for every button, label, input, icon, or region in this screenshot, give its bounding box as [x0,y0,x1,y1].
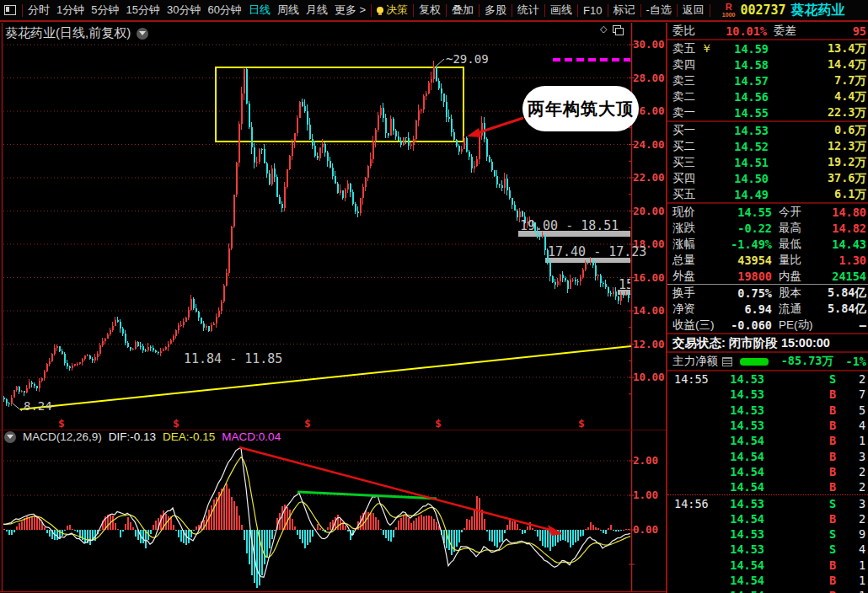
annotation-bubble[interactable]: 两年构筑大顶 [522,86,639,131]
chevron-down-icon[interactable] [4,431,16,443]
gap-label-1: 19.00 - 18.51 [520,218,619,233]
quote-panel: 委比 10.01% 委差 95 卖五￥14.5913.4万卖四14.5814.4… [666,23,868,593]
level-volume: 7.7万 [769,73,866,88]
info-row-5: 外盘19800内盘24154 [667,268,868,284]
tick-side: B [820,574,845,587]
info-value: 14.43 [822,238,866,251]
chevron-down-icon[interactable] [137,28,148,40]
chart-region[interactable]: $$$$$ 葵花药业(日线,前复权) ◇ ~29.09 19.00 - 18.5… [0,0,666,593]
toolbar-item-5分钟[interactable]: 5分钟 [88,3,121,18]
tick-count: 1 [845,574,868,587]
level-volume: 37.6万 [769,171,866,186]
tick-row: 14:5614.530.7万S3 [667,494,868,510]
tdx-trading-app: 分时1分钟5分钟15分钟30分钟60分钟日线周线月线更多 >决策复权叠加多股统计… [0,0,868,593]
toolbar-item-标记[interactable]: 标记 [611,3,638,18]
toolbar-item-画线[interactable]: 画线 [548,3,575,18]
toolbar-item-1分钟[interactable]: 1分钟 [54,3,87,18]
toolbar-item-统计[interactable]: 统计 [515,3,542,18]
toolbar-item-更多[interactable]: 更多 > [332,3,368,18]
toolbar-item-分时[interactable]: 分时 [25,3,52,18]
toolbar-item-返回[interactable]: 返回 [680,3,707,18]
level-price: 14.55 [713,106,769,120]
tick-side: S [820,542,845,556]
level-label: 买五 [672,187,701,202]
sell-row-1[interactable]: 卖五￥14.5913.4万 [667,40,868,56]
tick-count: 7 [845,387,868,401]
macd-indicator-name: MACD(12,26,9) [23,430,102,443]
tick-volume: 0.7万 [764,371,820,387]
info-label: PE(动) [772,318,822,333]
chart-title-label: 葵花药业(日线,前复权) [5,25,131,41]
tick-side: B [820,465,845,478]
info-value: 14.82 [822,222,866,235]
tick-side: S [820,527,845,541]
alert-mark: ￥ [701,41,713,56]
buy-row-1[interactable]: 买一14.530.6万 [667,122,868,138]
diamond-icon[interactable]: ◇ [600,24,607,34]
buy-row-2[interactable]: 买二14.5212.3万 [667,138,868,154]
tick-row: 14.531.7万S4 [667,542,868,557]
tick-side: S [820,497,845,510]
sell-row-2[interactable]: 卖四14.5814.4万 [667,56,868,72]
level-label: 卖一 [672,105,701,120]
layout-icon[interactable] [4,5,16,15]
tick-row: 14.540.3万B1 [667,433,868,448]
level-volume: 4.4万 [769,89,866,104]
tick-price: 14.54 [716,558,764,572]
buy-row-4[interactable]: 买四14.5037.6万 [667,170,868,186]
toolbar-item-复权[interactable]: 复权 [416,3,443,18]
split-window-icon[interactable] [613,25,621,33]
info-label: 外盘 [672,269,723,284]
info-label: 今开 [772,205,822,220]
tick-count: 1 [845,558,868,572]
sell-row-5[interactable]: 卖一14.5522.3万 [667,104,868,120]
tick-count: 2 [845,465,868,478]
toolbar-item-叠加[interactable]: 叠加 [449,3,476,18]
info-value: 43954 [723,254,772,267]
toolbar-item-决策[interactable]: 决策 [374,3,410,18]
info-row-7: 净资6.94流通5.84亿 [667,301,868,317]
tick-side: B [820,450,845,463]
weibi-label: 委比 [672,24,708,39]
level-label: 卖五 [672,41,701,56]
toolbar-item-30分钟[interactable]: 30分钟 [164,3,203,18]
tick-side: B [820,589,845,593]
chart-title: 葵花药业(日线,前复权) [5,25,148,41]
toolbar-item-日线[interactable]: 日线 [246,3,273,18]
toolbar-item-周线[interactable]: 周线 [275,3,302,18]
order-book-sells: 卖五￥14.5913.4万卖四14.5814.4万卖三14.577.7万卖二14… [667,40,868,120]
sell-row-3[interactable]: 卖三14.577.7万 [667,72,868,88]
tick-price: 14.53 [716,387,764,401]
toolbar-item-60分钟[interactable]: 60分钟 [205,3,244,18]
tick-volume: 1.7万 [764,542,820,557]
toolbar-item-多股[interactable]: 多股 [482,3,509,18]
tick-volume: 0.3万 [764,573,820,588]
dividend-icon: $ [578,417,585,430]
toolbar-item-月线[interactable]: 月线 [303,3,330,18]
tick-price: 14.53 [716,419,764,432]
info-value: 14.55 [723,206,772,219]
price-axis-label: 16.00 [633,272,665,284]
info-value: 5.84亿 [822,302,866,317]
list-icon[interactable] [722,357,732,366]
tick-count: 9 [845,527,868,541]
toolbar-item-F10[interactable]: F10 [581,4,604,17]
tick-volume: 1.0万 [764,558,820,573]
buy-row-5[interactable]: 买五14.496.1万 [667,186,868,202]
trade-tick-list[interactable]: 14:5514.530.7万S214.537.7万B714.532.0万B514… [667,371,868,593]
toolbar-separator [22,4,23,17]
buy-row-3[interactable]: 买三14.5119.2万 [667,154,868,170]
level-label: 买三 [672,155,701,170]
toolbar-item-自选[interactable]: -自选 [644,3,674,18]
sell-row-4[interactable]: 卖二14.564.4万 [667,88,868,104]
info-label: 涨幅 [672,237,723,252]
tick-count: 3 [845,497,868,510]
dividend-icon: $ [435,417,442,430]
info-label: 股本 [772,286,822,301]
level-label: 卖四 [672,57,701,72]
trading-status: 交易状态: 闭市阶段 15:00:00 [667,334,868,351]
level-price: 14.58 [713,58,769,72]
toolbar-separator [479,4,480,17]
info-label: 最低 [772,237,822,252]
toolbar-item-15分钟[interactable]: 15分钟 [123,3,162,18]
